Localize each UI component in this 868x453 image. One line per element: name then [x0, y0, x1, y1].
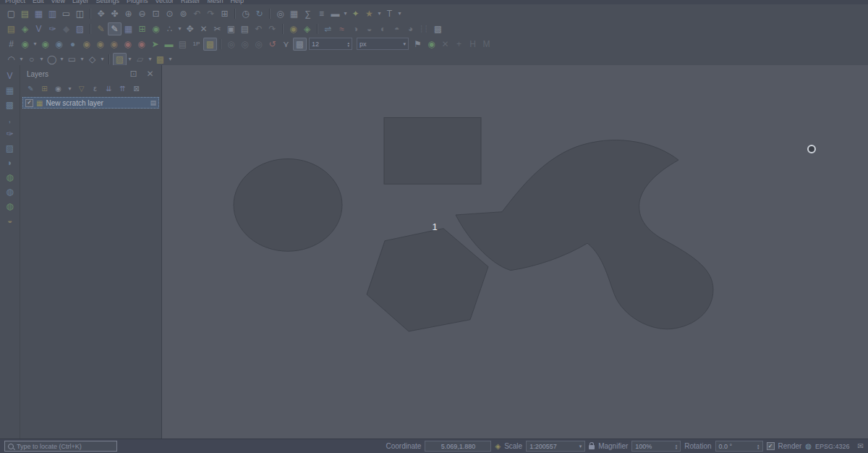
rotate-feature-button[interactable]: ◐ [376, 22, 390, 35]
buffer-tool-button[interactable]: ◉ [80, 38, 93, 51]
scatter-symbol-dropdown-icon[interactable]: ▾ [167, 56, 174, 62]
checker-tool-button[interactable]: ▩ [431, 22, 445, 35]
feature-rectangle[interactable] [384, 117, 481, 184]
open-layer-styling-button[interactable]: ✎ [25, 84, 36, 93]
union-tool-button[interactable]: ◉ [135, 38, 148, 51]
add-virtual-layer-button[interactable]: ▨ [3, 143, 17, 154]
vertex-tool-button[interactable]: ∴ [163, 22, 176, 35]
scale-select[interactable]: 1:200557 ▾ [526, 441, 585, 452]
refresh-map-button[interactable]: ↻ [252, 7, 266, 20]
add-wcs-layer-button[interactable]: ◍ [3, 186, 17, 198]
area-select-tool-button[interactable]: ▨ [113, 53, 127, 66]
feature-hexagon[interactable] [367, 229, 488, 331]
float-panel-button[interactable]: ⊡ [127, 67, 140, 80]
zoom-out-button[interactable]: ⊖ [135, 7, 149, 20]
menu-item-view[interactable]: View [51, 0, 65, 4]
rectangle-tool-button[interactable]: ▭ [65, 53, 79, 66]
topology-check-3-button[interactable]: ◎ [252, 38, 265, 51]
save-project-as-button[interactable]: ▥ [46, 7, 59, 20]
feature-circle[interactable] [234, 158, 342, 251]
map-canvas[interactable]: 1 [162, 65, 868, 439]
zoom-in-button[interactable]: ⊕ [122, 7, 135, 20]
redo-button[interactable]: ↷ [265, 22, 279, 35]
measure-button[interactable]: ▬ [328, 7, 342, 20]
zoom-full-button[interactable]: ⊡ [149, 7, 163, 20]
menu-item-layer[interactable]: Layer [72, 0, 89, 4]
menu-item-vector[interactable]: Vector [155, 0, 174, 4]
advanced-digitizing-button[interactable]: ◉ [18, 38, 32, 51]
add-spatialite-layer-button[interactable]: ✑ [3, 128, 17, 140]
split-features-button[interactable]: ◑ [349, 22, 362, 35]
pointer-tool-button[interactable]: ➤ [148, 38, 162, 51]
simplify-feature-button[interactable]: ◓ [390, 22, 404, 35]
add-postgis-layer-button[interactable]: ◗ [3, 157, 17, 169]
reshape-features-button[interactable]: ⇌ [321, 22, 335, 35]
disabled-h-tool-button[interactable]: H [466, 38, 480, 51]
circular-string-dropdown-icon[interactable]: ▾ [18, 56, 25, 62]
crs-indicator[interactable]: EPSG:4326 [815, 443, 850, 450]
vertex-tool-dropdown-icon[interactable]: ▾ [176, 25, 183, 32]
ellipse-dropdown-icon[interactable]: ▾ [59, 56, 65, 62]
capsule-tool-button[interactable]: ▬ [162, 38, 176, 51]
filter-by-expression-button[interactable]: ε [90, 84, 101, 93]
menu-item-settings[interactable]: Settings [95, 0, 119, 4]
coordinate-input[interactable]: 5.069,1.880 [425, 441, 491, 452]
rotation-stepper[interactable]: 0.0 ° ▴▾ [715, 441, 763, 452]
point-label-tool-button[interactable]: 1P [190, 38, 203, 51]
show-statistics-button[interactable]: ≡ [315, 7, 328, 20]
new-gpx-layer-button[interactable]: ◆ [59, 22, 73, 35]
disabled-m-tool-button[interactable]: M [480, 38, 493, 51]
stepper-arrows-icon[interactable]: ▴▾ [757, 444, 760, 449]
regular-polygon-dropdown-icon[interactable]: ▾ [99, 56, 106, 62]
zoom-next-button[interactable]: ↷ [204, 7, 218, 20]
disabled-x-tool-button[interactable]: ✕ [438, 38, 452, 51]
manage-map-themes-button[interactable]: ◉ [53, 84, 64, 93]
menu-item-mesh[interactable]: Mesh [208, 0, 224, 4]
add-group-button[interactable]: ⊞ [39, 84, 50, 93]
identify-features-button[interactable]: ◎ [273, 7, 287, 20]
statistics-notebook-button[interactable]: # [4, 38, 18, 51]
move-selection-dropdown-icon[interactable]: ▾ [147, 56, 153, 62]
add-delimited-text-layer-button[interactable]: , [3, 114, 17, 125]
extents-icon[interactable]: ◈ [495, 443, 501, 450]
stepper-arrows-icon[interactable]: ▴▾ [676, 444, 678, 449]
merge-features-button[interactable]: ◒ [362, 22, 376, 35]
tracing-reset-button[interactable]: ↺ [265, 38, 279, 51]
rectangle-dropdown-icon[interactable]: ▾ [79, 56, 85, 62]
add-wfs-layer-button[interactable]: ◍ [3, 200, 17, 212]
topology-check-2-button[interactable]: ◎ [238, 38, 252, 51]
menu-item-plugins[interactable]: Plugins [127, 0, 148, 4]
annotation-dropdown-icon[interactable]: ▾ [396, 10, 403, 17]
open-attribute-table-button[interactable]: ▦ [287, 7, 301, 20]
current-edits-button[interactable]: ✎ [94, 22, 108, 35]
flag-tool-button[interactable]: ⚑ [411, 38, 425, 51]
locator-search-input[interactable]: Type to locate (Ctrl+K) [4, 441, 117, 452]
globe-icon[interactable]: ◍ [805, 443, 812, 450]
bookmark-dropdown-icon[interactable]: ▾ [376, 10, 383, 17]
new-bookmark-button[interactable]: ★ [362, 7, 376, 20]
dissolve-tool-button[interactable]: ◉ [93, 38, 107, 51]
text-annotation-button[interactable]: T [383, 7, 396, 20]
advanced-digitizing-dropdown-icon[interactable]: ▾ [32, 41, 38, 47]
layer-item-new-scratch-layer[interactable]: ✓ ▦ New scratch layer ▤ [22, 97, 159, 109]
zoom-to-selection-button[interactable]: ⊙ [163, 7, 176, 20]
difference-tool-button[interactable]: ◉ [121, 38, 135, 51]
add-record-button[interactable]: ⊞ [135, 22, 149, 35]
pattern-tool-button[interactable]: ▩ [203, 38, 217, 51]
new-spatialite-layer-button[interactable]: ✑ [46, 22, 59, 35]
area-select-dropdown-icon[interactable]: ▾ [127, 56, 133, 62]
offset-curve-button[interactable]: ≈ [335, 22, 349, 35]
clip-tool-button[interactable]: ◉ [107, 38, 121, 51]
zoom-last-button[interactable]: ↶ [190, 7, 204, 20]
construct-points-button[interactable]: ◉ [38, 38, 52, 51]
remove-layer-button[interactable]: ⊠ [131, 84, 142, 93]
collapse-all-button[interactable]: ⇈ [117, 84, 128, 93]
notes-tool-button[interactable]: ▤ [176, 38, 190, 51]
scatter-symbol-tool-button[interactable]: ▩ [153, 53, 167, 66]
vertex-arrow-tool-button[interactable]: ⋎ [279, 38, 293, 51]
open-project-button[interactable]: ▤ [18, 7, 32, 20]
expand-all-button[interactable]: ⇊ [103, 84, 114, 93]
save-layer-edits-button[interactable]: ▦ [122, 22, 135, 35]
tolerance-units-select[interactable]: px▾ [357, 38, 409, 50]
regular-polygon-tool-button[interactable]: ◇ [85, 53, 99, 66]
